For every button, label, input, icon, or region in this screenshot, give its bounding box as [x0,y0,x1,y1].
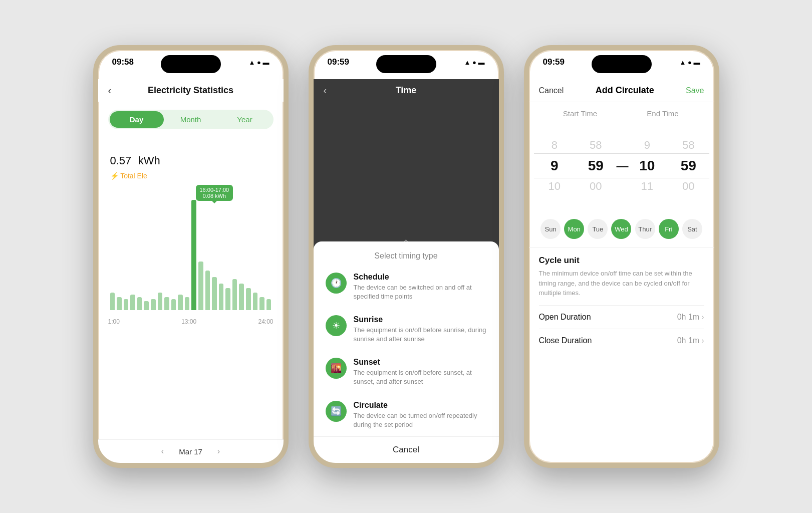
end-min-selected: 59 [681,158,696,174]
close-duration-chevron: › [701,336,704,345]
electricity-value: 0.57 kWh [110,142,272,170]
sunrise-desc: The equipment is on/off before sunrise, … [354,326,487,344]
tab-bar-1: Day Month Year [108,110,274,129]
start-time-label: Start Time [539,109,622,118]
start-next-hour: 10 [549,180,561,193]
end-time-label: End Time [622,109,704,118]
picker-start-hour: 8 9 10 [534,139,576,193]
bar-9 [171,299,176,310]
start-hour-selected: 9 [551,158,559,174]
save-button[interactable]: Save [686,86,704,95]
phone-3: 09:59 ▲ ● ▬ Cancel Add Circulate Save St… [524,45,719,468]
sunrise-name: Sunrise [354,315,487,324]
date-prev-button[interactable]: ‹ [161,447,164,456]
stat-value-container: 0.57 kWh [98,137,284,172]
cancel-button-2[interactable]: Cancel [314,436,499,463]
label-end: 24:00 [258,318,273,325]
bar-2 [124,299,129,310]
status-icons-2: ▲ ● ▬ [464,59,485,66]
bar-6 [151,299,156,310]
tab-year[interactable]: Year [218,111,272,128]
tooltip-time: 16:00-17:00 [200,187,229,193]
bar-21 [253,293,258,310]
bar-16 [219,284,224,310]
bar-5 [144,301,149,310]
close-duration-row[interactable]: Close Duration 0h 1m › [539,329,704,352]
label-start: 1:00 [108,318,120,325]
back-button-2[interactable]: ‹ [324,85,327,96]
day-wed[interactable]: Wed [611,219,631,239]
bar-1 [117,297,122,310]
time-separator: — [617,159,627,173]
circulate-desc: The device can be turned on/off repeated… [354,411,487,429]
schedule-name: Schedule [354,273,487,282]
bar-20 [246,288,251,310]
nav-bar-2: ‹ Time [314,79,499,102]
bar-3 [130,295,135,310]
sunset-name: Sunset [354,358,487,367]
day-sat[interactable]: Sat [682,219,702,239]
cycle-unit-title: Cycle unit [539,255,704,266]
nav-bar-1: ‹ Electricity Statistics [98,79,284,102]
status-bar-2: 09:59 ▲ ● ▬ [314,50,499,71]
days-row: SunMonTueWedThurFriSat [529,211,714,247]
day-fri[interactable]: Fri [659,219,679,239]
circulate-text: Circulate The device can be turned on/of… [354,401,487,429]
picker-end-hour: 9 10 11 [627,139,668,193]
date-nav: ‹ Mar 17 › [98,439,284,463]
status-icons-1: ▲ ● ▬ [249,59,269,66]
dynamic-island-2 [376,55,436,73]
open-duration-chevron: › [701,313,704,322]
day-tue[interactable]: Tue [588,219,608,239]
timing-option-circulate[interactable]: 🔄 Circulate The device can be turned on/… [314,394,499,436]
timing-option-schedule[interactable]: 🕐 Schedule The device can be switched on… [314,266,499,308]
chart-tooltip: 16:00-17:00 0.08 kWh [196,185,233,201]
start-min-selected: 59 [588,158,604,174]
bar-0 [110,293,115,310]
bar-15 [212,277,217,310]
bar-10 [178,295,183,310]
close-duration-value: 0h 1m › [677,336,704,345]
sunrise-icon: ☀ [326,315,347,336]
status-bar-1: 09:58 ▲ ● ▬ [98,50,284,71]
sunset-text: Sunset The equipment is on/off before su… [354,358,487,386]
bar-4 [137,297,142,310]
chart-labels: 1:00 13:00 24:00 [98,315,284,325]
dark-top-area: ‹ Time ⌃ [314,79,499,260]
schedule-desc: The device can be switched on and off at… [354,283,487,301]
day-sun[interactable]: Sun [540,219,561,239]
dynamic-island-3 [592,55,652,73]
cycle-section: Cycle unit The minimum device on/off tim… [529,247,714,360]
bar-22 [259,297,264,310]
sheet-title: Select timing type [314,241,499,266]
date-next-button[interactable]: › [217,447,220,456]
bar-17 [225,288,230,310]
schedule-text: Schedule The device can be switched on a… [354,273,487,301]
tab-day[interactable]: Day [110,111,164,128]
back-button-1[interactable]: ‹ [108,85,112,96]
timing-option-sunset[interactable]: 🌇 Sunset The equipment is on/off before … [314,351,499,393]
bar-11 [185,297,190,310]
open-duration-value: 0h 1m › [677,313,704,322]
open-duration-row[interactable]: Open Duration 0h 1m › [539,305,704,329]
status-icons-3: ▲ ● ▬ [680,59,700,66]
sunrise-text: Sunrise The equipment is on/off before s… [354,315,487,344]
day-mon[interactable]: Mon [564,219,584,239]
end-prev-hour: 9 [644,139,650,152]
schedule-icon: 🕐 [326,273,347,294]
status-bar-3: 09:59 ▲ ● ▬ [529,50,714,71]
end-hour-selected: 10 [639,158,655,174]
timing-option-sunrise[interactable]: ☀ Sunrise The equipment is on/off before… [314,308,499,351]
picker-header: Start Time End Time [529,102,714,121]
day-thur[interactable]: Thur [635,219,655,239]
time-3: 09:59 [543,57,565,67]
tab-month[interactable]: Month [164,111,218,128]
dynamic-island-1 [161,55,221,73]
bar-13 [198,262,203,310]
circulate-name: Circulate [354,401,487,410]
cancel-button-3[interactable]: Cancel [539,86,564,95]
sunset-desc: The equipment is on/off before sunset, a… [354,368,487,386]
picker-start-min: 58 59 00 [575,139,617,193]
tooltip-value: 0.08 kWh [200,193,229,199]
page-title-2: Time [396,85,417,96]
